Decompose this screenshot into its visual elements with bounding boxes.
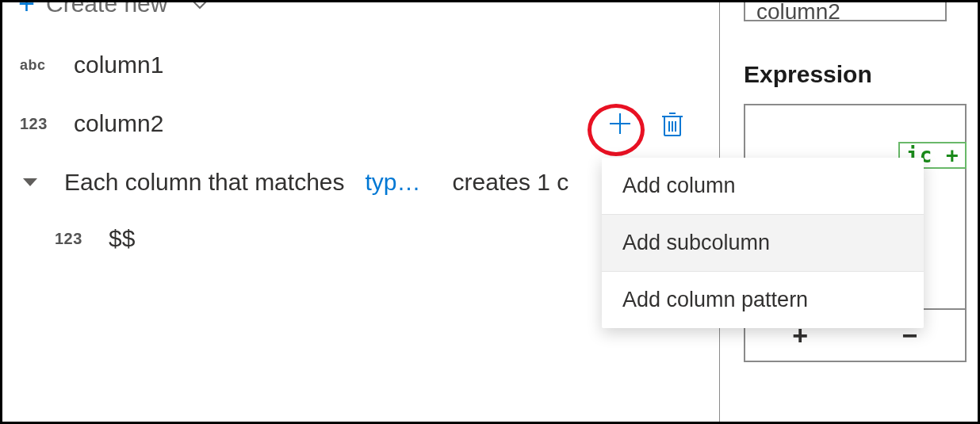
column-row-selected[interactable]: 123 column2	[2, 94, 719, 153]
svg-marker-8	[23, 178, 37, 186]
column-row[interactable]: abc column1	[2, 36, 719, 94]
create-new-button[interactable]: + Create new	[2, 0, 719, 23]
menu-item-add-subcolumn[interactable]: Add subcolumn	[602, 215, 924, 272]
expression-label: Expression	[744, 61, 978, 88]
pattern-type-link[interactable]: typ…	[366, 169, 421, 196]
delete-icon[interactable]	[657, 109, 687, 139]
create-new-label: Create new	[46, 0, 167, 17]
menu-item-add-column[interactable]: Add column	[602, 158, 924, 215]
subcolumn-name: $$	[109, 225, 135, 252]
type-badge-number: 123	[20, 115, 58, 133]
column-name: column1	[74, 52, 163, 78]
add-icon[interactable]	[605, 109, 635, 139]
pattern-prefix: Each column that matches	[64, 169, 345, 196]
columns-panel: + Create new abc column1 123 column2	[2, 2, 720, 422]
menu-item-add-column-pattern[interactable]: Add column pattern	[602, 272, 924, 328]
type-badge-number: 123	[55, 230, 93, 248]
chevron-down-icon	[189, 0, 210, 10]
column-name-value: column2	[756, 0, 840, 21]
plus-icon: +	[18, 0, 35, 18]
column-name: column2	[74, 110, 163, 137]
pattern-suffix: creates 1 c	[453, 169, 569, 196]
type-badge-string: abc	[20, 57, 58, 74]
add-dropdown-menu: Add column Add subcolumn Add column patt…	[602, 158, 924, 328]
caret-down-icon[interactable]	[20, 177, 40, 188]
column-name-input[interactable]: column2	[744, 0, 947, 21]
row-actions	[605, 109, 719, 139]
